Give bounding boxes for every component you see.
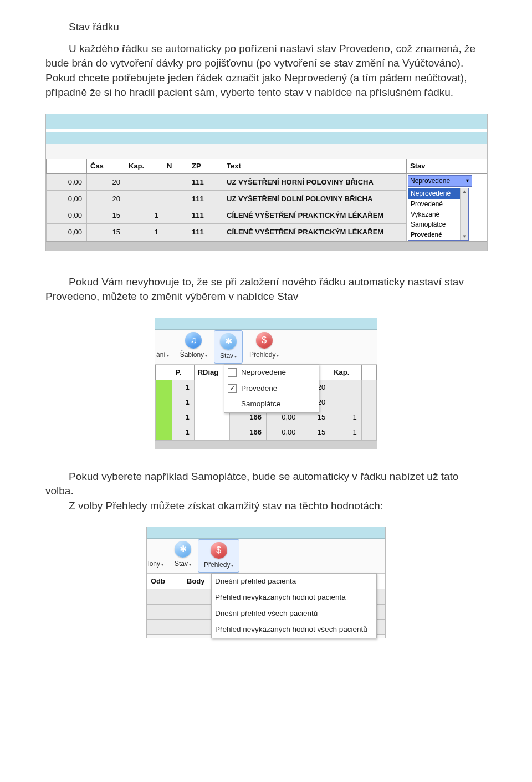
toolbar-sablony-label: Šablony <box>180 351 204 359</box>
col-kap2: Kap. <box>330 365 362 380</box>
toolbar-partial-label: lony <box>148 560 160 568</box>
toolbar-2: ání▾ ♫ Šablony▾ ✱ Stav▾ $ Přehledy▾ <box>155 330 377 365</box>
figure-2: ání▾ ♫ Šablony▾ ✱ Stav▾ $ Přehledy▾ <box>45 318 487 449</box>
prehledy-menu[interactable]: Dnešní přehled pacienta Přehled nevykáza… <box>211 573 377 638</box>
table-1-header-row: Čas Kap. N ZP Text Stav <box>47 159 487 173</box>
prehledy-icon: $ <box>256 332 273 349</box>
checkbox-unchecked-icon <box>228 368 237 377</box>
menu-item-label: Dnešní přehled pacienta <box>215 576 296 587</box>
menu-item-nevykazane-pacient[interactable]: Přehled nevykázaných hodnot pacienta <box>212 590 376 606</box>
col-n: N <box>163 159 188 173</box>
paragraph-1: U každého řádku se automaticky po poříze… <box>45 42 487 100</box>
table-row: 1 166 0,00 15 1 <box>156 425 377 440</box>
menu-item-nevykazane-vsech[interactable]: Přehled nevykázaných hodnot všech pacien… <box>212 622 376 638</box>
menu-item-dnesni-vsech[interactable]: Dnešní přehled všech pacientů <box>212 606 376 622</box>
paragraph-2: Pokud Vám nevyhovuje to, že se při založ… <box>45 275 487 304</box>
stav-option-neprovedene[interactable]: Neprovedené <box>408 188 468 199</box>
stav-option-samoplatce[interactable]: Samoplátce <box>408 219 468 230</box>
stav-menu[interactable]: Neprovedené ✓ Provedené Samoplátce <box>224 364 319 413</box>
stav-select-value: Neprovedené <box>410 176 450 186</box>
col-kap: Kap. <box>125 159 163 173</box>
figure-3: lony▾ ✱ Stav▾ $ Přehledy▾ Odb Body <box>45 527 487 638</box>
paragraph-3: Pokud vyberete například Samoplátce, bud… <box>45 469 487 514</box>
col-stav: Stav <box>407 159 487 173</box>
col-odb: Odb <box>147 574 183 589</box>
menu-item-neprovedene[interactable]: Neprovedené <box>224 365 319 381</box>
toolbar-prehledy-button-3[interactable]: $ Přehledy▾ <box>198 539 239 573</box>
toolbar-partial-button[interactable]: ání▾ <box>155 330 175 364</box>
toolbar-sablony-button[interactable]: ♫ Šablony▾ <box>175 330 213 364</box>
toolbar-prehledy-label: Přehledy <box>204 561 230 569</box>
menu-item-label: Dnešní přehled všech pacientů <box>215 609 318 619</box>
stav-icon: ✱ <box>220 333 237 350</box>
col-text: Text <box>223 159 407 173</box>
toolbar-stav-button[interactable]: ✱ Stav▾ <box>214 330 243 364</box>
col-zp: ZP <box>188 159 223 173</box>
toolbar-3: lony▾ ✱ Stav▾ $ Přehledy▾ <box>147 539 385 574</box>
menu-item-label: Přehled nevykázaných hodnot všech pacien… <box>215 625 367 635</box>
checkbox-checked-icon: ✓ <box>228 384 237 393</box>
table-1: Čas Kap. N ZP Text Stav 0,00 20 111 <box>46 159 487 241</box>
section-title: Stav řádku <box>69 20 487 35</box>
menu-item-samoplatce[interactable]: Samoplátce <box>224 396 319 412</box>
menu-item-dnesni-pacient[interactable]: Dnešní přehled pacienta <box>212 574 376 590</box>
menu-item-label: Neprovedené <box>241 367 286 378</box>
toolbar-partial-button-3[interactable]: lony▾ <box>147 539 169 573</box>
prehledy-icon: $ <box>211 542 227 559</box>
toolbar-prehledy-label: Přehledy <box>249 351 275 359</box>
toolbar-partial-label: ání <box>156 351 166 359</box>
menu-item-label: Provedené <box>241 384 277 394</box>
toolbar-stav-button-3[interactable]: ✱ Stav▾ <box>169 539 197 573</box>
toolbar-prehledy-button[interactable]: $ Přehledy▾ <box>244 330 284 364</box>
col-blank <box>47 159 87 173</box>
figure-1: Čas Kap. N ZP Text Stav 0,00 20 111 <box>45 114 487 255</box>
stav-dropdown[interactable]: Neprovedené Provedené Vykázané Samoplátc… <box>408 188 469 241</box>
toolbar-stav-label: Stav <box>220 352 233 360</box>
chevron-down-icon: ▼ <box>465 177 470 185</box>
stav-icon: ✱ <box>175 541 191 558</box>
col-cas: Čas <box>87 159 125 173</box>
toolbar-stav-label: Stav <box>175 560 188 568</box>
stav-option-vykazane[interactable]: Vykázané <box>408 209 468 220</box>
stav-option-provedene[interactable]: Provedené <box>408 199 468 209</box>
stav-select[interactable]: Neprovedené ▼ <box>408 175 472 187</box>
stav-option-provedene-2[interactable]: Provedené <box>408 230 468 239</box>
menu-item-provedene[interactable]: ✓ Provedené <box>224 381 319 397</box>
dropdown-scrollbar[interactable]: ▲▼ <box>460 188 468 240</box>
table-row: 0,00 20 111 UZ VYŠETŘENÍ HORNÍ POLOVINY … <box>47 174 487 191</box>
col-p: P. <box>172 365 194 380</box>
menu-item-label: Přehled nevykázaných hodnot pacienta <box>215 592 346 603</box>
templates-icon: ♫ <box>185 332 202 349</box>
menu-item-label: Samoplátce <box>241 399 280 410</box>
